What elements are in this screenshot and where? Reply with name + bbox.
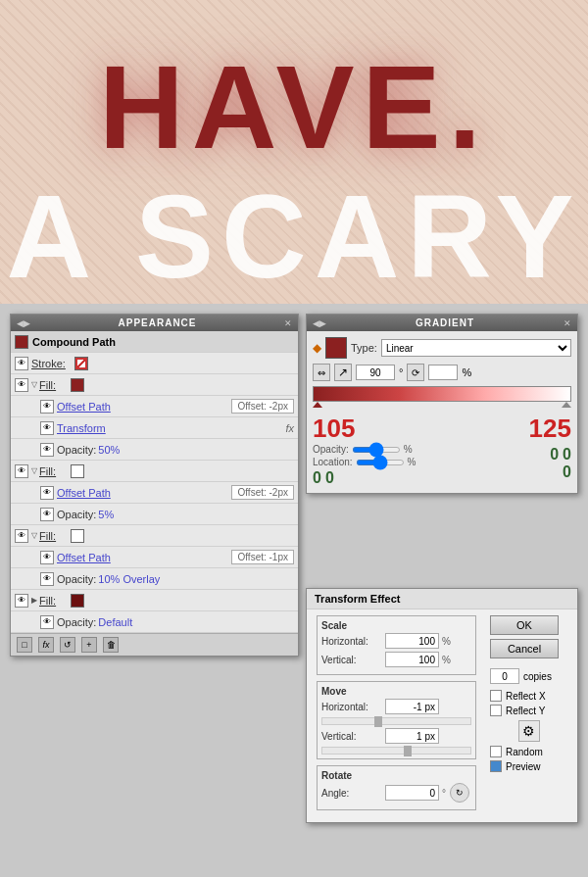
scale-v-label: Vertical: — [321, 655, 385, 665]
fill1-swatch[interactable] — [71, 378, 84, 392]
angle-icon[interactable]: ↗ — [334, 364, 352, 381]
scale-h-label: Horizontal: — [321, 636, 385, 647]
preview-checkbox[interactable] — [490, 760, 502, 772]
rotate-angle-input[interactable] — [385, 785, 439, 801]
location-slider[interactable] — [356, 460, 405, 465]
scale-section: Scale Horizontal: % Vertical: % — [317, 615, 476, 675]
opacity3-eye[interactable]: 👁 — [40, 572, 54, 586]
gradient-titlebar: ◀▶ GRADIENT ✕ — [307, 315, 577, 331]
angle-reverse-icon[interactable]: ⇔ — [313, 364, 330, 381]
fill2-eye[interactable]: 👁 — [15, 464, 28, 478]
footer-delete-icon[interactable]: 🗑 — [103, 637, 119, 653]
opacity4-eye[interactable]: 👁 — [40, 615, 54, 629]
offset2-eye[interactable]: 👁 — [40, 486, 54, 500]
transform-eye[interactable]: 👁 — [40, 421, 54, 435]
grad-left-zeros: 0 0 — [313, 469, 416, 487]
footer-square-icon[interactable]: □ — [17, 637, 32, 653]
angle-flip-icon[interactable]: ⟳ — [407, 364, 424, 381]
opacity3-value: 10% Overlay — [98, 573, 160, 585]
angle-input[interactable] — [356, 365, 395, 380]
offset-3-badge: Offset: -1px — [231, 550, 294, 564]
stroke-swatch[interactable] — [74, 357, 88, 370]
gradient-values-row: 105 Opacity: % Location: % — [313, 414, 571, 487]
reflect-x-row: Reflect X — [490, 690, 567, 702]
offset-2-badge: Offset: -2px — [231, 485, 294, 500]
fill3-triangle[interactable]: ▽ — [31, 531, 37, 540]
transform-two-col: Scale Horizontal: % Vertical: % — [317, 615, 567, 816]
offset-path-1-label[interactable]: Offset Path — [57, 401, 231, 413]
opacity1-row: 👁 Opacity: 50% — [11, 439, 298, 461]
fill4-triangle[interactable]: ▶ — [31, 596, 37, 605]
random-checkbox[interactable] — [490, 746, 502, 757]
angle-percent: % — [462, 366, 471, 378]
offset-path-3-row: 👁 Offset Path Offset: -1px — [11, 547, 298, 568]
footer-refresh-icon[interactable]: ↺ — [60, 637, 75, 653]
appearance-scroll-icons[interactable]: ◀▶ — [17, 318, 30, 328]
offset3-eye[interactable]: 👁 — [40, 551, 54, 564]
fill3-eye[interactable]: 👁 — [15, 529, 28, 543]
reflect-y-checkbox[interactable] — [490, 705, 502, 716]
opacity-slider[interactable] — [352, 447, 401, 453]
gradient-type-label: Type: — [351, 342, 377, 354]
fill2-row: 👁 ▽ Fill: — [11, 461, 298, 482]
opacity2-eye[interactable]: 👁 — [40, 508, 54, 521]
offset-path-3-label[interactable]: Offset Path — [57, 552, 231, 563]
fill1-eye[interactable]: 👁 — [15, 378, 28, 392]
move-h-label: Horizontal: — [321, 702, 385, 712]
move-h-slider[interactable] — [321, 717, 471, 725]
transform-label[interactable]: Transform — [57, 422, 285, 434]
grad-left-sub: Opacity: % Location: % — [313, 444, 416, 467]
fill3-swatch[interactable] — [71, 529, 84, 543]
footer-add-icon[interactable]: + — [81, 637, 97, 653]
gradient-type-select[interactable]: Linear Radial — [381, 339, 571, 357]
gradient-right-values: 125 0 0 0 — [529, 414, 571, 481]
opacity-row: Opacity: % — [313, 444, 416, 455]
move-v-slider[interactable] — [321, 747, 471, 755]
appearance-close-icon[interactable]: ✕ — [284, 318, 292, 328]
opacity3-label: Opacity: — [57, 573, 96, 585]
offset-1-badge: Offset: -2px — [231, 399, 294, 414]
canvas-text-scary: A SCARY — [6, 169, 581, 304]
cancel-button[interactable]: Cancel — [490, 639, 559, 658]
scale-h-input[interactable] — [385, 633, 439, 649]
gradient-color-swatch[interactable] — [325, 337, 347, 359]
grad-zero-4: 0 — [563, 446, 571, 463]
footer-fx-icon[interactable]: fx — [38, 637, 54, 653]
rotate-section: Rotate Angle: ° ↻ — [317, 765, 476, 810]
appearance-footer: □ fx ↺ + 🗑 — [11, 633, 298, 656]
copies-input[interactable] — [490, 668, 519, 684]
fill2-triangle[interactable]: ▽ — [31, 466, 37, 475]
offset-path-2-label[interactable]: Offset Path — [57, 487, 231, 499]
move-h-row: Horizontal: — [321, 699, 471, 714]
opacity4-label: Opacity: — [57, 616, 96, 628]
gradient-bar[interactable] — [313, 386, 571, 402]
random-row: Random — [490, 746, 567, 757]
fill3-label: Fill: — [39, 530, 67, 542]
fill4-eye[interactable]: 👁 — [15, 594, 28, 608]
gradient-stop-left[interactable] — [313, 402, 322, 408]
transform-title: Transform Effect — [307, 589, 577, 609]
ok-button[interactable]: OK — [490, 615, 559, 635]
move-h-input[interactable] — [385, 699, 439, 714]
stroke-eye[interactable]: 👁 — [15, 357, 28, 370]
scale-v-input[interactable] — [385, 652, 439, 667]
gradient-close-icon[interactable]: ✕ — [564, 318, 571, 328]
location-row: Location: % — [313, 457, 416, 467]
grad-right-zeros: 0 0 — [529, 446, 571, 463]
offset1-eye[interactable]: 👁 — [40, 400, 54, 414]
opacity1-eye[interactable]: 👁 — [40, 443, 54, 457]
gradient-scroll-icons[interactable]: ◀▶ — [313, 318, 326, 328]
fill2-swatch[interactable] — [71, 464, 84, 478]
angle-percent-input[interactable] — [428, 365, 458, 380]
move-v-input[interactable] — [385, 728, 439, 744]
opacity-percent: % — [404, 444, 413, 455]
opacity-row-label: Opacity: — [313, 444, 349, 455]
gradient-stop-right[interactable] — [562, 402, 571, 408]
rotate-dial[interactable]: ↻ — [450, 783, 469, 803]
fill1-triangle[interactable]: ▽ — [31, 380, 37, 389]
gradient-angle-row: ⇔ ↗ ° ⟳ % — [313, 364, 571, 381]
fill2-label: Fill: — [39, 465, 67, 477]
reflect-x-checkbox[interactable] — [490, 690, 502, 702]
fill3-row: 👁 ▽ Fill: — [11, 525, 298, 547]
fill4-swatch[interactable] — [71, 594, 84, 608]
